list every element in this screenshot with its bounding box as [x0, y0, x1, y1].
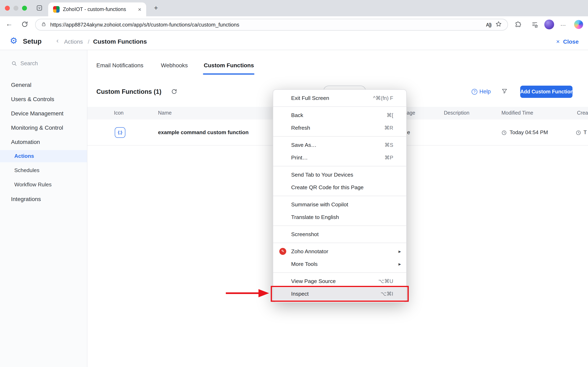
url-text: https://app88724akyrw.zohoiot.com/app/s/… — [50, 22, 482, 28]
tab-custom-functions[interactable]: Custom Functions — [204, 62, 254, 70]
menu-item-screenshot[interactable]: Screenshot — [273, 228, 406, 241]
menu-item-inspect[interactable]: Inspect ⌥⌘I — [273, 287, 406, 300]
active-tab-underline — [203, 73, 254, 75]
menu-label: Screenshot — [291, 231, 319, 237]
menu-shortcut: ^⌘(fn) F — [373, 95, 401, 101]
browser-navbar: ← https://app88724akyrw.zohoiot.com/app/… — [0, 16, 588, 33]
menu-label: Back — [291, 112, 303, 118]
row-name[interactable]: example command custom function — [158, 129, 249, 135]
sidebar-item-device-management[interactable]: Device Management — [0, 107, 87, 119]
app-title: Setup — [23, 38, 42, 45]
menu-label: Send Tab to Your Devices — [291, 172, 353, 178]
sidebar-item-automation[interactable]: Automation — [0, 136, 87, 148]
menu-item-exit-full-screen[interactable]: Exit Full Screen^⌘(fn) F — [273, 92, 406, 104]
sidebar-item-general[interactable]: General — [0, 79, 87, 91]
submenu-arrow-icon: ▶ — [398, 262, 401, 266]
menu-shortcut: ⌥⌘U — [378, 278, 401, 284]
menu-item-print[interactable]: Print…⌘P — [273, 151, 406, 164]
profile-avatar[interactable] — [544, 20, 554, 29]
menu-separator — [273, 196, 406, 196]
read-aloud-icon[interactable]: A)) — [486, 22, 491, 27]
add-custom-function-button[interactable]: Add Custom Function — [520, 86, 572, 98]
sidebar-item-users-controls[interactable]: Users & Controls — [0, 93, 87, 105]
menu-item-zoho-annotator[interactable]: ✎ Zoho Annotator ▶ — [273, 245, 406, 258]
menu-separator — [273, 166, 406, 166]
menu-label: Zoho Annotator — [291, 248, 328, 254]
breadcrumb-parent[interactable]: Actions — [64, 38, 83, 45]
zohoiot-favicon — [53, 6, 60, 13]
menu-shortcut: ⌘P — [384, 155, 401, 161]
menu-label: Summarise with Copilot — [291, 201, 348, 208]
browser-tab[interactable]: ZohoIOT - custom-functions × — [48, 2, 146, 16]
menu-item-view-page-source[interactable]: View Page Source⌥⌘U — [273, 275, 406, 287]
tab-title: ZohoIOT - custom-functions — [63, 7, 135, 12]
traffic-light-minimize[interactable] — [13, 6, 18, 11]
search-icon — [11, 61, 17, 67]
row-usage-partial: e — [407, 129, 410, 135]
address-bar[interactable]: https://app88724akyrw.zohoiot.com/app/s/… — [35, 19, 508, 31]
menu-item-translate[interactable]: Translate to English — [273, 211, 406, 224]
menu-label: More Tools — [291, 261, 318, 267]
sidebar-item-schedules[interactable]: Schedules — [0, 164, 87, 176]
traffic-light-close[interactable] — [5, 6, 10, 11]
sidebar-item-monitoring-control[interactable]: Monitoring & Control — [0, 122, 87, 134]
sidebar-search[interactable]: Search — [0, 58, 87, 70]
browser-tab-strip: ZohoIOT - custom-functions × + — [0, 0, 588, 16]
tab-actions-icon[interactable] — [36, 4, 43, 13]
menu-label: View Page Source — [291, 278, 336, 284]
copilot-icon[interactable] — [574, 20, 583, 29]
menu-item-summarise-copilot[interactable]: Summarise with Copilot — [273, 198, 406, 211]
function-icon: {;} — [115, 127, 125, 138]
menu-separator — [273, 243, 406, 243]
filter-icon[interactable] — [502, 88, 508, 96]
tab-close-icon[interactable]: × — [138, 6, 141, 13]
screen: ZohoIOT - custom-functions × + ← https:/… — [0, 0, 588, 367]
sidebar-item-actions[interactable]: Actions — [0, 150, 87, 162]
menu-item-more-tools[interactable]: More Tools ▶ — [273, 258, 406, 270]
context-menu: Exit Full Screen^⌘(fn) F Back⌘[ Refresh⌘… — [273, 89, 407, 303]
refresh-icon[interactable] — [21, 21, 28, 29]
help-link[interactable]: Help — [479, 89, 491, 95]
clock-icon — [502, 130, 507, 137]
tab-email-notifications[interactable]: Email Notifications — [96, 62, 143, 70]
tab-webhooks[interactable]: Webhooks — [161, 62, 188, 70]
menu-label: Print… — [291, 155, 308, 161]
new-tab-button[interactable]: + — [151, 3, 161, 13]
col-description: Description — [444, 107, 469, 119]
traffic-light-zoom[interactable] — [22, 6, 27, 11]
list-refresh-icon[interactable] — [171, 89, 177, 96]
col-name: Name — [158, 107, 172, 119]
menu-label: Save As… — [291, 142, 316, 148]
breadcrumb-back-icon[interactable]: ‹ — [56, 37, 59, 45]
back-icon[interactable]: ← — [6, 20, 13, 28]
submenu-arrow-icon: ▶ — [398, 250, 401, 253]
sidebar-item-workflow-rules[interactable]: Workflow Rules — [0, 179, 87, 191]
annotation-arrow — [224, 286, 270, 300]
zoho-annotator-icon: ✎ — [279, 248, 286, 255]
close-icon[interactable]: × — [556, 38, 560, 45]
menu-label: Translate to English — [291, 214, 339, 220]
browser-more-icon[interactable]: … — [560, 20, 566, 27]
row-modified-time: Today 04:54 PM — [510, 129, 548, 135]
col-icon: Icon — [114, 107, 123, 119]
sidebar-item-integrations[interactable]: Integrations — [0, 193, 87, 205]
menu-label: Exit Full Screen — [291, 95, 329, 101]
close-button[interactable]: Close — [563, 38, 579, 45]
site-info-icon[interactable] — [41, 21, 46, 28]
menu-item-send-tab[interactable]: Send Tab to Your Devices — [273, 168, 406, 181]
setup-gear-icon: ⚙ — [10, 36, 17, 46]
menu-item-refresh[interactable]: Refresh⌘R — [273, 122, 406, 134]
favorites-hub-icon[interactable] — [531, 21, 538, 30]
search-label: Search — [20, 60, 38, 67]
menu-separator — [273, 136, 406, 137]
extensions-icon[interactable] — [515, 21, 521, 30]
col-usage: age — [407, 107, 415, 119]
section-title: Custom Functions (1) — [96, 88, 162, 95]
menu-item-back[interactable]: Back⌘[ — [273, 109, 406, 122]
menu-shortcut: ⌘S — [384, 142, 401, 148]
favorite-star-icon[interactable] — [495, 21, 502, 29]
menu-item-save-as[interactable]: Save As…⌘S — [273, 139, 406, 151]
menu-shortcut: ⌘R — [384, 125, 401, 131]
help-icon[interactable]: ? — [472, 89, 477, 95]
menu-item-create-qr-code[interactable]: Create QR Code for this Page — [273, 181, 406, 194]
